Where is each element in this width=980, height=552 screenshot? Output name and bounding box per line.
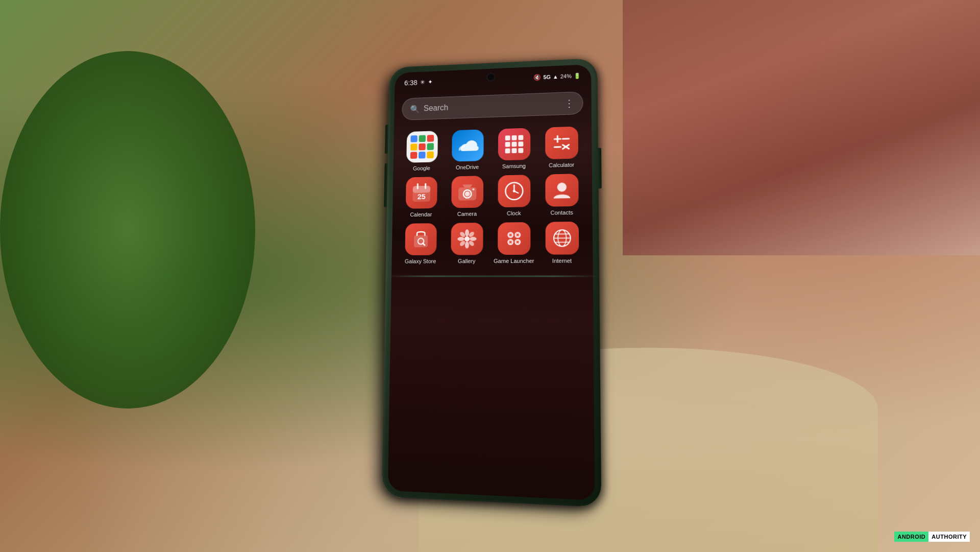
- gallery-icon: [451, 223, 483, 255]
- svg-point-44: [465, 229, 469, 236]
- status-right-icons: 🔇 5G ▲ 24% 🔋: [533, 72, 581, 81]
- background-brick: [623, 0, 980, 255]
- watermark: ANDROID AUTHORITY: [894, 532, 970, 542]
- svg-rect-16: [511, 148, 517, 153]
- svg-rect-9: [505, 135, 510, 140]
- calendar-icon: 25: [405, 177, 437, 209]
- search-icon: 🔍: [410, 104, 420, 114]
- google-label: Google: [413, 165, 430, 171]
- svg-point-37: [512, 189, 515, 192]
- clock-icon: [498, 175, 530, 207]
- svg-rect-25: [412, 185, 430, 193]
- time-display: 6:38: [404, 79, 418, 87]
- svg-rect-13: [511, 141, 517, 147]
- app-gallery[interactable]: Gallery: [445, 222, 488, 263]
- app-camera[interactable]: Camera: [446, 175, 488, 217]
- search-bar[interactable]: 🔍 Search ⋮: [402, 91, 583, 120]
- app-contacts[interactable]: Contacts: [540, 173, 584, 215]
- internet-label: Internet: [552, 257, 572, 263]
- svg-point-43: [464, 236, 470, 241]
- bluetooth-icon: ✦: [428, 78, 433, 85]
- app-samsung[interactable]: Samsung: [493, 128, 535, 170]
- camera-label: Camera: [457, 210, 477, 217]
- phone-device: 6:38 ✳ ✦ 🔇 5G ▲ 24% 🔋 🔍 Search: [382, 58, 602, 507]
- galaxy-store-icon: [405, 223, 436, 255]
- phone-screen: 6:38 ✳ ✦ 🔇 5G ▲ 24% 🔋 🔍 Search: [388, 64, 595, 500]
- watermark-android: ANDROID: [894, 532, 928, 542]
- svg-rect-10: [511, 135, 517, 140]
- svg-point-50: [468, 230, 475, 237]
- status-time: 6:38 ✳ ✦: [404, 78, 433, 86]
- mute-icon: 🔇: [533, 74, 541, 81]
- svg-rect-4: [419, 143, 425, 150]
- search-placeholder: Search: [424, 99, 564, 112]
- phone-body: 6:38 ✳ ✦ 🔇 5G ▲ 24% 🔋 🔍 Search: [382, 58, 602, 507]
- samsung-icon: [498, 128, 530, 160]
- power-button-left: [384, 163, 387, 207]
- svg-point-46: [457, 236, 464, 241]
- game-launcher-label: Game Launcher: [494, 257, 534, 263]
- svg-rect-6: [410, 152, 416, 159]
- background-foliage: [0, 51, 255, 409]
- camera-icon: [451, 176, 483, 208]
- svg-marker-30: [462, 184, 472, 187]
- contacts-icon: [545, 174, 578, 207]
- svg-rect-3: [410, 143, 417, 151]
- svg-rect-17: [518, 148, 523, 153]
- app-game-launcher[interactable]: Game Launcher: [492, 222, 535, 263]
- svg-text:25: 25: [417, 192, 425, 201]
- svg-point-45: [464, 241, 469, 248]
- svg-rect-11: [518, 135, 523, 140]
- onedrive-label: OneDrive: [456, 164, 479, 171]
- google-icon: [406, 131, 438, 163]
- svg-point-39: [557, 182, 566, 191]
- app-onedrive[interactable]: OneDrive: [446, 129, 488, 171]
- app-galaxy-store[interactable]: Galaxy Store: [400, 223, 442, 264]
- galaxy-store-label: Galaxy Store: [405, 258, 436, 264]
- app-drawer: 🔍 Search ⋮: [388, 86, 595, 500]
- fold-hinge: [385, 275, 599, 277]
- calculator-label: Calculator: [549, 161, 574, 168]
- app-calendar[interactable]: 25 Calendar: [400, 176, 442, 217]
- app-calculator[interactable]: Calculator: [540, 126, 583, 169]
- svg-point-48: [459, 231, 466, 238]
- calculator-icon: [545, 126, 578, 159]
- battery-icon: 🔋: [574, 72, 581, 79]
- svg-rect-40: [413, 235, 427, 247]
- svg-rect-0: [410, 135, 417, 142]
- front-camera: [487, 73, 495, 80]
- svg-rect-12: [505, 141, 510, 147]
- brightness-icon: ✳: [420, 79, 425, 85]
- clock-label: Clock: [507, 210, 521, 216]
- app-google[interactable]: Google: [401, 130, 443, 171]
- signal-icon: ▲: [553, 74, 558, 80]
- app-clock[interactable]: Clock: [492, 174, 535, 216]
- svg-point-47: [469, 236, 476, 241]
- onedrive-icon: [452, 129, 484, 161]
- svg-rect-7: [419, 151, 426, 158]
- svg-rect-2: [427, 135, 434, 142]
- svg-rect-15: [505, 148, 510, 153]
- contacts-label: Contacts: [550, 209, 573, 215]
- internet-icon: [545, 221, 579, 254]
- more-options-icon[interactable]: ⋮: [564, 97, 574, 109]
- svg-rect-8: [427, 151, 434, 158]
- power-button-right: [598, 148, 602, 188]
- battery-percent: 24%: [560, 73, 572, 79]
- volume-button: [385, 125, 388, 154]
- svg-rect-1: [419, 135, 425, 142]
- game-launcher-icon: [498, 222, 530, 254]
- app-grid-row1: Google OneDrive: [400, 126, 584, 264]
- samsung-label: Samsung: [502, 162, 526, 169]
- calendar-label: Calendar: [410, 211, 432, 217]
- app-internet[interactable]: Internet: [540, 221, 584, 263]
- network-5g: 5G: [543, 74, 551, 80]
- svg-rect-14: [518, 141, 523, 147]
- svg-rect-5: [427, 143, 434, 150]
- watermark-authority: AUTHORITY: [928, 532, 970, 542]
- gallery-label: Gallery: [458, 258, 475, 264]
